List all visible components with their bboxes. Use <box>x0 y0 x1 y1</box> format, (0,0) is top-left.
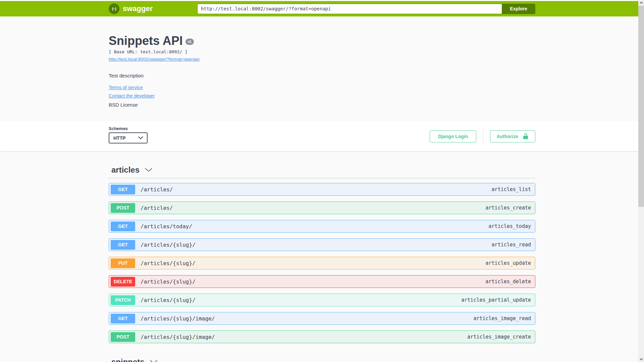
operation-row[interactable]: PATCH /articles/{slug}/ articles_partial… <box>109 294 535 306</box>
operation-id: articles_delete <box>486 279 531 285</box>
operation-path: /articles/ <box>141 186 173 193</box>
operation-path: /articles/today/ <box>141 223 192 230</box>
operation-list: GET /articles/ articles_list POST /artic… <box>109 183 535 343</box>
schemes-label: Schemes <box>109 126 148 131</box>
operation-row[interactable]: POST /articles/{slug}/image/ articles_im… <box>109 330 535 343</box>
operation-row[interactable]: PUT /articles/{slug}/ articles_update <box>109 257 535 269</box>
method-badge: PATCH <box>111 295 135 305</box>
section-heading[interactable]: snippets <box>109 357 535 362</box>
page-title: Snippets API <box>109 34 183 48</box>
open-padlock-icon <box>522 133 529 140</box>
scrollbar-track[interactable] <box>638 0 644 362</box>
authorize-button-label: Authorize <box>496 134 518 139</box>
base-url: [ Base URL: test.local:8002/ ] <box>109 49 535 54</box>
operation-row[interactable]: DELETE /articles/{slug}/ articles_delete <box>109 275 535 288</box>
license-text: BSD License <box>109 102 535 108</box>
swagger-logo-text: swagger <box>123 4 153 13</box>
section-heading[interactable]: articles <box>109 165 535 175</box>
title-row: Snippets APIv1 <box>109 34 535 48</box>
api-sections: articles GET /articles/ articles_list PO… <box>109 165 535 362</box>
chevron-down-icon <box>150 360 157 362</box>
auth-divider <box>483 129 483 144</box>
chevron-down-icon <box>138 136 143 139</box>
swagger-logo-link[interactable]: {··} swagger <box>109 3 197 14</box>
operation-id: articles_list <box>492 186 531 192</box>
method-badge: GET <box>111 314 135 323</box>
scrollbar-down-button[interactable] <box>638 356 644 362</box>
swagger-logo-icon: {··} <box>109 3 119 14</box>
topbar: {··} swagger Explore <box>0 1 644 16</box>
api-description: Test description <box>109 73 535 78</box>
operation-path: /articles/ <box>141 205 173 211</box>
spec-link[interactable]: http://test.local:8002/swagger/?format=o… <box>109 57 200 62</box>
method-badge: POST <box>111 203 135 213</box>
method-badge: GET <box>111 185 135 194</box>
operation-path: /articles/{slug}/ <box>141 242 196 248</box>
explore-button[interactable]: Explore <box>502 4 535 14</box>
api-info-section: Snippets APIv1 [ Base URL: test.local:80… <box>109 16 535 121</box>
operation-path: /articles/{slug}/image/ <box>141 315 215 322</box>
method-badge: GET <box>111 240 135 250</box>
operation-path: /articles/{slug}/ <box>141 279 196 285</box>
scrollbar-thumb[interactable] <box>638 6 644 207</box>
method-badge: PUT <box>111 258 135 268</box>
chevron-up-icon <box>640 2 643 4</box>
contact-developer-link[interactable]: Contact the developer <box>109 93 535 99</box>
scrollbar-up-button[interactable] <box>638 0 644 6</box>
operation-id: articles_partial_update <box>461 297 531 303</box>
scheme-select[interactable]: HTTP <box>109 132 148 143</box>
api-tag-section: snippets GET /snippets/ snippets_list <box>109 357 535 362</box>
operation-path: /articles/{slug}/ <box>141 260 196 266</box>
authorize-button[interactable]: Authorize <box>490 130 535 142</box>
section-divider <box>109 178 535 178</box>
scheme-band: Schemes HTTP Django Login Authorize <box>0 121 644 151</box>
spec-url-input[interactable] <box>197 4 502 14</box>
operation-row[interactable]: GET /articles/{slug}/ articles_read <box>109 238 535 251</box>
operation-row[interactable]: POST /articles/ articles_create <box>109 201 535 214</box>
method-badge: POST <box>111 332 135 342</box>
auth-wrapper: Django Login Authorize <box>430 129 535 144</box>
version-badge: v1 <box>185 39 194 45</box>
section-name: snippets <box>111 357 145 362</box>
explore-form: Explore <box>197 4 535 14</box>
operation-id: articles_read <box>492 242 531 248</box>
scheme-selected-value: HTTP <box>113 135 126 141</box>
operation-row[interactable]: GET /articles/ articles_list <box>109 183 535 196</box>
chevron-down-icon <box>145 168 152 172</box>
api-tag-section: articles GET /articles/ articles_list PO… <box>109 165 535 343</box>
django-login-button[interactable]: Django Login <box>430 130 476 142</box>
operation-id: articles_create <box>486 205 531 211</box>
chevron-down-icon <box>640 358 643 360</box>
operation-id: articles_update <box>486 260 531 266</box>
operation-row[interactable]: GET /articles/{slug}/image/ articles_ima… <box>109 312 535 325</box>
operation-id: articles_today <box>489 223 531 229</box>
method-badge: GET <box>111 222 135 231</box>
operation-id: articles_image_create <box>467 334 531 340</box>
schemes-block: Schemes HTTP <box>109 126 148 143</box>
method-badge: DELETE <box>111 277 135 287</box>
operation-id: articles_image_read <box>473 315 531 321</box>
operation-path: /articles/{slug}/image/ <box>141 334 215 340</box>
section-name: articles <box>111 165 140 175</box>
terms-of-service-link[interactable]: Terms of service <box>109 85 535 90</box>
operation-row[interactable]: GET /articles/today/ articles_today <box>109 220 535 233</box>
operation-path: /articles/{slug}/ <box>141 297 196 303</box>
